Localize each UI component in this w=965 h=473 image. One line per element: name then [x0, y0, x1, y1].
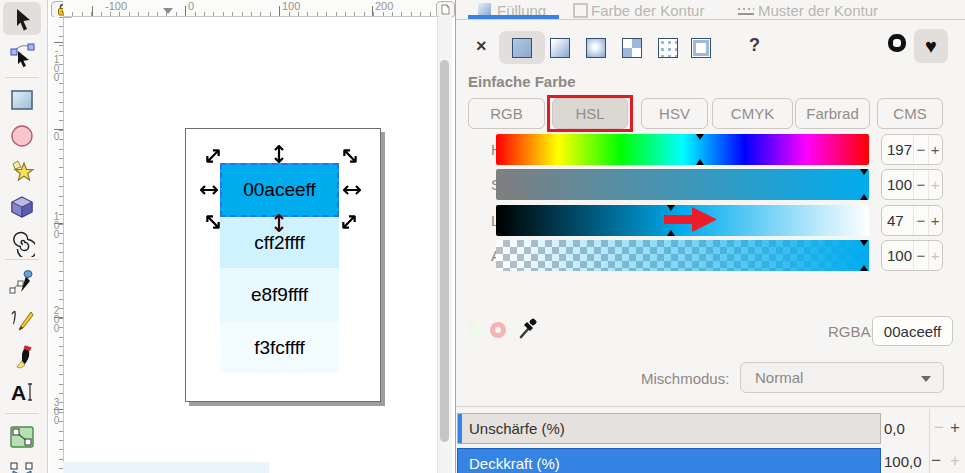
opacity-slider[interactable]: Deckkraft (%)	[457, 448, 881, 473]
tool-mesh[interactable]	[3, 457, 41, 473]
annotation-highlight-box	[547, 95, 633, 132]
saturation-value: 100	[882, 170, 913, 199]
scale-handle-top-center[interactable]	[269, 144, 289, 164]
scale-handle-mid-right[interactable]	[342, 180, 362, 200]
swatch-label: f3fcffff	[254, 337, 305, 358]
tool-star[interactable]	[3, 154, 41, 187]
color-wheel-icon[interactable]	[469, 320, 486, 339]
toolbox-separator	[5, 413, 39, 414]
v-ruler-label: 100	[51, 211, 62, 238]
scale-handle-mid-left[interactable]	[199, 180, 219, 200]
vertical-ruler[interactable]: -100 0 100 200 300	[50, 17, 64, 473]
tab-rgb[interactable]: RGB	[468, 98, 545, 129]
blend-mode-dropdown[interactable]: Normal	[740, 362, 944, 393]
tool-node-editor[interactable]	[3, 37, 41, 70]
rgba-input[interactable]: 00aceeff	[872, 316, 953, 346]
tab-cmyk[interactable]: CMYK	[712, 98, 793, 129]
annotation-arrow	[664, 206, 718, 233]
tool-calligraphy[interactable]	[3, 339, 41, 372]
alpha-slider[interactable]	[496, 240, 869, 271]
blur-value: 0,0	[884, 420, 905, 437]
h-ruler-label: 100	[282, 0, 300, 12]
hue-slider[interactable]	[496, 134, 869, 165]
alpha-increment[interactable]: +	[928, 241, 942, 270]
tool-pen[interactable]	[3, 265, 41, 298]
hue-increment[interactable]: +	[928, 135, 942, 164]
saturation-spinbox[interactable]: 100 − +	[881, 169, 943, 200]
tool-text[interactable]: A	[3, 375, 41, 408]
ellipse-icon	[9, 123, 35, 149]
blur-decrement[interactable]: −	[934, 418, 944, 438]
ruler-corner-button[interactable]	[436, 1, 455, 18]
tool-rectangle[interactable]	[3, 83, 41, 116]
hue-value: 197	[882, 135, 913, 164]
node-editor-icon	[9, 41, 35, 67]
text-icon: A	[9, 379, 35, 405]
h-ruler-label: 200	[375, 0, 393, 12]
opacity-value: 100,0	[884, 453, 922, 470]
saturation-slider[interactable]	[496, 169, 869, 200]
alpha-spinbox[interactable]: 100 − +	[881, 240, 943, 271]
saturation-increment[interactable]: +	[928, 170, 942, 199]
tab-hsv[interactable]: HSV	[641, 98, 708, 129]
swatch-rect[interactable]: e8f9ffff	[220, 268, 339, 322]
scale-handle-top-right[interactable]	[340, 146, 360, 166]
swatch-rect[interactable]: f3fcffff	[220, 322, 339, 373]
lightness-spinbox[interactable]: 47 − +	[881, 205, 943, 236]
tool-selector[interactable]	[3, 2, 41, 35]
fill-rule-evenodd-icon[interactable]	[888, 34, 906, 52]
tab-stroke-style[interactable]: Muster der Kontur	[758, 2, 878, 19]
pencil-icon	[9, 306, 35, 332]
section-divider	[456, 406, 965, 407]
box3d-icon	[9, 194, 35, 220]
spiral-icon	[9, 231, 35, 257]
saturation-decrement[interactable]: −	[913, 170, 927, 199]
swatch-label: e8f9ffff	[251, 284, 308, 305]
swatch-button[interactable]	[678, 31, 724, 64]
fill-rule-nonzero-button[interactable]: ♥	[914, 29, 948, 63]
lightness-decrement[interactable]: −	[913, 206, 927, 235]
swatch-label: cff2ffff	[254, 232, 304, 253]
unknown-paint-button[interactable]: ?	[749, 35, 760, 56]
opacity-increment[interactable]: +	[950, 451, 960, 471]
blur-slider[interactable]: Unschärfe (%)	[457, 413, 881, 444]
toolbox-separator	[5, 77, 39, 78]
canvas-vertical-scrollbar[interactable]	[437, 17, 452, 473]
scrollbar-thumb[interactable]	[440, 60, 449, 442]
tab-wheel[interactable]: Farbrad	[795, 98, 870, 129]
blur-increment[interactable]: +	[950, 418, 960, 438]
blur-label: Unschärfe (%)	[458, 420, 565, 437]
tool-box3d[interactable]	[3, 190, 41, 223]
radial-gradient-icon	[586, 38, 606, 58]
tab-cms[interactable]: CMS	[877, 98, 943, 129]
eyedropper-icon[interactable]	[517, 318, 537, 340]
alpha-decrement[interactable]: −	[913, 241, 927, 270]
blur-slider-fill	[458, 414, 462, 443]
scale-handle-bottom-center[interactable]	[269, 213, 289, 233]
blend-mode-label: Mischmodus:	[641, 370, 729, 387]
tool-ellipse[interactable]	[3, 119, 41, 152]
hue-spinbox[interactable]: 197 − +	[881, 134, 943, 165]
lightness-increment[interactable]: +	[928, 206, 942, 235]
v-ruler-label: 300	[51, 397, 62, 424]
blend-mode-value: Normal	[755, 369, 803, 386]
hue-decrement[interactable]: −	[913, 135, 927, 164]
h-ruler-label: -100	[105, 0, 127, 12]
star-icon	[9, 158, 35, 184]
no-paint-button[interactable]: ×	[476, 36, 487, 57]
lightness-value: 47	[882, 206, 913, 235]
color-circle-icon[interactable]	[490, 322, 506, 338]
section-title: Einfache Farbe	[468, 73, 576, 90]
tool-spiral[interactable]	[3, 227, 41, 260]
tab-stroke-paint[interactable]: Farbe der Kontur	[591, 2, 704, 19]
scale-handle-bottom-left[interactable]	[203, 212, 223, 232]
rectangle-icon	[9, 87, 35, 113]
alpha-value: 100	[882, 241, 913, 270]
horizontal-ruler[interactable]: -100 0 100 200	[63, 0, 436, 17]
scale-handle-top-left[interactable]	[203, 146, 223, 166]
tool-gradient[interactable]	[3, 420, 41, 453]
tool-pencil[interactable]	[3, 302, 41, 335]
scale-handle-bottom-right[interactable]	[339, 212, 359, 232]
opacity-decrement[interactable]: −	[931, 451, 941, 471]
mesh-icon	[9, 461, 35, 473]
